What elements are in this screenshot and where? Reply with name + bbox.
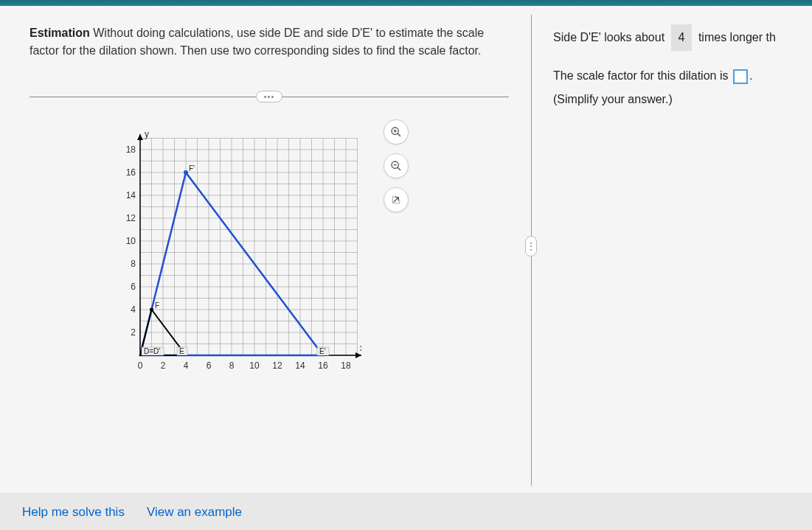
divider-handle[interactable]: ••• [256,91,282,102]
svg-text:D=D': D=D' [144,347,160,355]
svg-text:6: 6 [207,360,212,371]
svg-marker-43 [137,134,143,140]
svg-text:18: 18 [126,144,136,155]
svg-text:F': F' [189,164,195,172]
svg-point-76 [150,308,153,312]
svg-text:8: 8 [229,360,235,371]
svg-text:2: 2 [161,360,166,371]
svg-text:E: E [179,347,184,355]
panel-divider-handle[interactable] [525,236,537,257]
svg-text:10: 10 [126,236,136,246]
open-external-button[interactable] [384,187,409,212]
svg-line-82 [398,167,400,170]
svg-text:2: 2 [131,327,136,338]
svg-text:10: 10 [249,360,260,371]
svg-text:12: 12 [126,213,136,223]
svg-text:0: 0 [138,360,143,371]
zoom-out-icon [390,160,402,172]
view-example-link[interactable]: View an example [147,505,242,520]
problem-title: Estimation [30,27,90,39]
svg-text:4: 4 [184,360,189,371]
svg-text:12: 12 [272,360,282,371]
scale-factor-input[interactable] [733,69,748,84]
answer-line-1: Side D'E' looks about 4 times longer th [553,24,812,51]
external-link-icon [390,194,402,206]
svg-text:4: 4 [131,304,136,315]
graph: y x 2 4 6 8 10 12 14 16 18 0 2 [118,119,361,377]
footer-toolbar: Help me solve this View an example [0,493,812,530]
svg-marker-41 [355,352,361,358]
svg-text:16: 16 [126,167,136,178]
zoom-in-button[interactable] [384,119,409,144]
svg-text:8: 8 [131,259,136,269]
svg-point-75 [184,170,188,175]
svg-text:E': E' [319,347,326,355]
answer-line-2: The scale factor for this dilation is . [553,64,812,88]
problem-statement: Estimation Without doing calculations, u… [30,24,509,60]
svg-text:6: 6 [131,282,136,292]
zoom-in-icon [390,126,402,138]
svg-line-78 [398,133,400,136]
svg-text:14: 14 [126,190,136,201]
estimate-input-filled[interactable]: 4 [671,24,693,51]
zoom-out-button[interactable] [384,153,409,178]
answer-line-3: (Simplify your answer.) [553,88,812,111]
svg-text:F: F [155,301,159,310]
svg-text:14: 14 [295,360,305,371]
svg-text:16: 16 [318,360,328,371]
help-me-solve-link[interactable]: Help me solve this [22,505,125,520]
svg-text:y: y [145,129,149,139]
svg-text:x: x [360,343,361,353]
problem-body: Without doing calculations, use side DE … [30,27,484,57]
content-divider: ••• [30,97,509,97]
svg-text:18: 18 [341,360,351,371]
